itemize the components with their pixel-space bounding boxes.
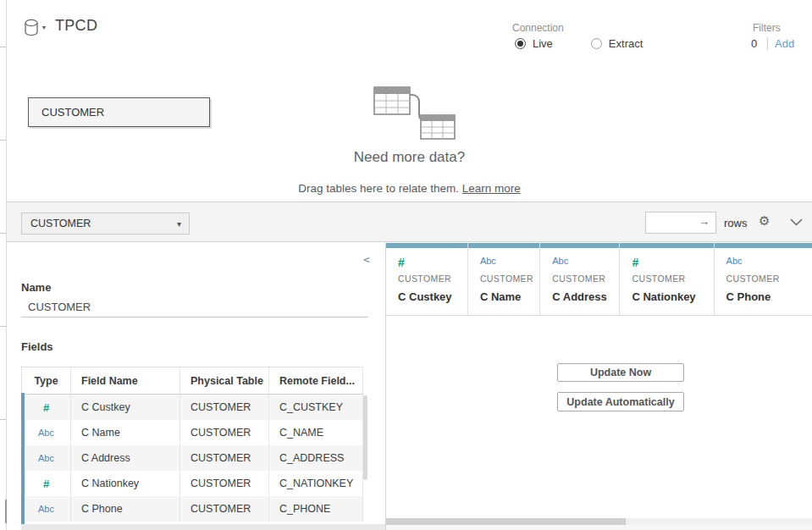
filters-count: 0 xyxy=(751,37,757,50)
divider xyxy=(767,37,768,50)
remote-field-cell: C_NAME xyxy=(269,420,363,445)
data-grid-header: # CUSTOMER C Custkey Abc CUSTOMER C Name… xyxy=(386,243,812,316)
field-metadata-panel: < Name Fields Type Field Name Physical T… xyxy=(7,243,385,530)
fields-table-header: Type Field Name Physical Table Remote Fi… xyxy=(22,367,363,395)
column-accent-strip xyxy=(386,243,467,248)
table-name-input[interactable] xyxy=(21,297,368,317)
remote-field-cell: C_PHONE xyxy=(269,496,363,522)
fields-table: Type Field Name Physical Table Remote Fi… xyxy=(21,367,363,526)
extract-radio-label[interactable]: Extract xyxy=(609,37,643,50)
rail-tick xyxy=(0,326,6,327)
connection-label: Connection xyxy=(512,22,564,34)
string-type-icon: Abc xyxy=(480,256,496,266)
caret-down-icon: ▾ xyxy=(42,24,46,31)
filters-label: Filters xyxy=(753,22,781,34)
canvas-table-customer[interactable]: CUSTOMER xyxy=(28,97,210,127)
live-radio[interactable] xyxy=(515,38,526,49)
grid-column-header[interactable]: Abc CUSTOMER C Name xyxy=(468,243,540,315)
datasource-menu-button[interactable]: ▾ xyxy=(24,19,46,37)
fields-table-vertical-scrollbar[interactable] xyxy=(363,395,367,480)
datagrid-toolbar: CUSTOMER ▾ → rows ⚙ xyxy=(7,202,812,242)
col-header-physical-table[interactable]: Physical Table xyxy=(180,367,269,394)
physical-table-cell: CUSTOMER xyxy=(180,395,269,420)
live-radio-label[interactable]: Live xyxy=(533,37,553,50)
left-rail[interactable] xyxy=(0,0,7,530)
column-table-name: CUSTOMER xyxy=(726,273,780,284)
col-header-remote-field[interactable]: Remote Field... xyxy=(269,367,363,394)
col-header-type[interactable]: Type xyxy=(22,367,71,394)
column-accent-strip xyxy=(468,243,539,248)
learn-more-link[interactable]: Learn more xyxy=(462,182,521,195)
fields-table-horizontal-scrollbar[interactable] xyxy=(21,524,385,530)
empty-state-title: Need more data? xyxy=(7,149,812,166)
string-type-icon: Abc xyxy=(726,256,743,266)
string-type-icon: Abc xyxy=(38,453,54,463)
physical-table-cell: CUSTOMER xyxy=(180,420,269,445)
data-grid: # CUSTOMER C Custkey Abc CUSTOMER C Name… xyxy=(386,243,812,530)
column-field-name: C Nationkey xyxy=(632,290,695,303)
filters-add-link[interactable]: Add xyxy=(775,37,794,50)
column-accent-strip xyxy=(620,243,713,248)
physical-table-cell: CUSTOMER xyxy=(180,496,269,522)
column-table-name: CUSTOMER xyxy=(632,273,685,284)
arrow-right-icon[interactable]: → xyxy=(699,215,710,228)
field-name-cell: C Custkey xyxy=(71,395,180,420)
table-row[interactable]: # C Nationkey CUSTOMER C_NATIONKEY xyxy=(22,471,363,496)
grid-column-header[interactable]: # CUSTOMER C Custkey xyxy=(386,243,468,315)
table-selector-dropdown[interactable]: CUSTOMER ▾ xyxy=(21,213,190,235)
relationship-canvas: ▾ TPCD Connection Live Extract Filters 0… xyxy=(7,0,812,202)
rail-tick xyxy=(0,140,6,141)
physical-table-cell: CUSTOMER xyxy=(180,471,269,496)
column-field-name: C Phone xyxy=(726,290,771,303)
rows-count-box: → xyxy=(645,212,716,234)
string-type-icon: Abc xyxy=(38,428,54,438)
string-type-icon: Abc xyxy=(552,256,568,266)
table-row[interactable]: # C Custkey CUSTOMER C_CUSTKEY xyxy=(22,395,363,420)
update-automatically-button[interactable]: Update Automatically xyxy=(557,392,684,411)
table-row[interactable]: Abc C Name CUSTOMER C_NAME xyxy=(22,420,363,445)
relate-tables-illustration xyxy=(364,81,462,144)
grid-column-header[interactable]: Abc CUSTOMER C Address xyxy=(540,243,620,315)
column-field-name: C Custkey xyxy=(398,290,452,303)
number-type-icon: # xyxy=(398,256,405,269)
extract-radio[interactable] xyxy=(591,38,602,49)
rows-label: rows xyxy=(724,217,747,229)
grid-column-header[interactable]: # CUSTOMER C Nationkey xyxy=(620,243,714,315)
number-type-icon: # xyxy=(43,478,49,490)
table-row[interactable]: Abc C Address CUSTOMER C_ADDRESS xyxy=(22,445,363,471)
row-selection-accent xyxy=(21,393,25,524)
gear-icon[interactable]: ⚙ xyxy=(759,213,770,229)
column-table-name: CUSTOMER xyxy=(552,273,605,284)
grid-column-header[interactable]: Abc CUSTOMER C Phone xyxy=(715,243,812,315)
column-field-name: C Name xyxy=(480,290,521,303)
grid-horizontal-scrollbar-thumb[interactable] xyxy=(386,518,626,525)
chevron-down-icon[interactable] xyxy=(790,218,803,226)
rows-count-input[interactable] xyxy=(649,214,700,232)
field-name-cell: C Phone xyxy=(71,496,180,522)
column-table-name: CUSTOMER xyxy=(398,273,451,284)
grid-horizontal-scrollbar-track[interactable] xyxy=(626,518,812,525)
column-field-name: C Address xyxy=(552,290,607,303)
remote-field-cell: C_ADDRESS xyxy=(269,445,363,471)
table-row[interactable]: Abc C Phone CUSTOMER C_PHONE xyxy=(22,496,363,522)
physical-table-cell: CUSTOMER xyxy=(180,445,269,471)
number-type-icon: # xyxy=(43,401,49,414)
connection-radio-group: Live Extract xyxy=(515,37,643,50)
rail-tick xyxy=(0,47,6,47)
datasource-page: ▾ TPCD Connection Live Extract Filters 0… xyxy=(0,0,812,530)
empty-state-hint: Drag tables here to relate them. Learn m… xyxy=(7,182,812,195)
update-now-button[interactable]: Update Now xyxy=(557,363,684,382)
string-type-icon: Abc xyxy=(38,504,54,514)
empty-state-hint-text: Drag tables here to relate them. xyxy=(298,182,462,195)
page-title: TPCD xyxy=(55,17,97,35)
column-table-name: CUSTOMER xyxy=(480,273,533,284)
collapse-panel-button[interactable]: < xyxy=(363,253,370,266)
table-selector-value: CUSTOMER xyxy=(30,218,91,229)
column-accent-strip xyxy=(540,243,619,248)
col-header-field-name[interactable]: Field Name xyxy=(71,367,180,394)
field-name-cell: C Address xyxy=(71,445,180,471)
remote-field-cell: C_CUSTKEY xyxy=(269,395,363,420)
grid-scrollbar-gutter xyxy=(386,525,812,530)
field-name-cell: C Name xyxy=(71,420,180,445)
rail-tick xyxy=(0,233,6,234)
